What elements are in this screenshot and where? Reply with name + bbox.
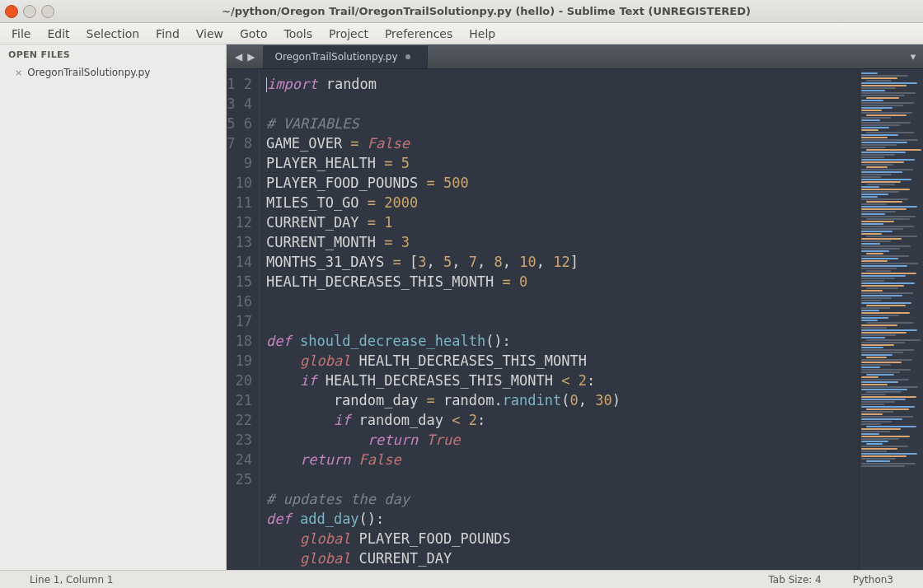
status-cursor-pos[interactable]: Line 1, Column 1 — [7, 574, 114, 586]
tab-label: OregonTrailSolutionpy.py — [274, 51, 397, 63]
main-area: OPEN FILES ×OregonTrailSolutionpy.py ◀ ▶… — [0, 44, 923, 570]
window-titlebar: ~/python/Oregon Trail/OregonTrailSolutio… — [0, 0, 923, 23]
open-file-item[interactable]: ×OregonTrailSolutionpy.py — [0, 65, 226, 80]
menu-tools[interactable]: Tools — [275, 25, 321, 43]
menu-selection[interactable]: Selection — [78, 25, 148, 43]
window-controls — [5, 5, 54, 18]
minimap[interactable] — [859, 69, 923, 570]
menu-edit[interactable]: Edit — [39, 25, 77, 43]
status-bar: Line 1, Column 1 Tab Size: 4 Python3 — [0, 570, 923, 588]
tab-next-icon[interactable]: ▶ — [247, 51, 255, 63]
tab-nav: ◀ ▶ — [227, 44, 263, 68]
window-close-button[interactable] — [5, 5, 18, 18]
menu-help[interactable]: Help — [461, 25, 504, 43]
window-minimize-button[interactable] — [23, 5, 36, 18]
menu-preferences[interactable]: Preferences — [377, 25, 461, 43]
window-title: ~/python/Oregon Trail/OregonTrailSolutio… — [54, 5, 918, 17]
open-files-header: OPEN FILES — [0, 44, 226, 65]
tab-bar: ◀ ▶ OregonTrailSolutionpy.py ▾ — [227, 44, 923, 69]
code-area[interactable]: 1 2 3 4 5 6 7 8 9 10 11 12 13 14 15 16 1… — [227, 69, 923, 570]
menu-find[interactable]: Find — [148, 25, 188, 43]
status-language[interactable]: Python3 — [853, 574, 893, 586]
editor-pane: ◀ ▶ OregonTrailSolutionpy.py ▾ 1 2 3 4 5… — [227, 44, 923, 570]
window-maximize-button[interactable] — [41, 5, 54, 18]
code-editor[interactable]: import random # VARIABLESGAME_OVER = Fal… — [260, 69, 859, 570]
file-tab[interactable]: OregonTrailSolutionpy.py — [263, 44, 428, 68]
sidebar: OPEN FILES ×OregonTrailSolutionpy.py — [0, 44, 227, 570]
tab-dirty-icon — [405, 54, 410, 59]
close-file-icon[interactable]: × — [15, 68, 22, 78]
open-files-list: ×OregonTrailSolutionpy.py — [0, 65, 226, 80]
line-gutter: 1 2 3 4 5 6 7 8 9 10 11 12 13 14 15 16 1… — [227, 69, 260, 570]
tab-overflow-icon[interactable]: ▾ — [903, 44, 923, 68]
open-file-name: OregonTrailSolutionpy.py — [27, 67, 150, 78]
menu-view[interactable]: View — [188, 25, 232, 43]
menu-project[interactable]: Project — [321, 25, 377, 43]
menu-bar: FileEditSelectionFindViewGotoToolsProjec… — [0, 23, 923, 44]
menu-file[interactable]: File — [3, 25, 39, 43]
tab-prev-icon[interactable]: ◀ — [235, 51, 242, 63]
menu-goto[interactable]: Goto — [232, 25, 275, 43]
status-tab-size[interactable]: Tab Size: 4 — [769, 574, 822, 586]
